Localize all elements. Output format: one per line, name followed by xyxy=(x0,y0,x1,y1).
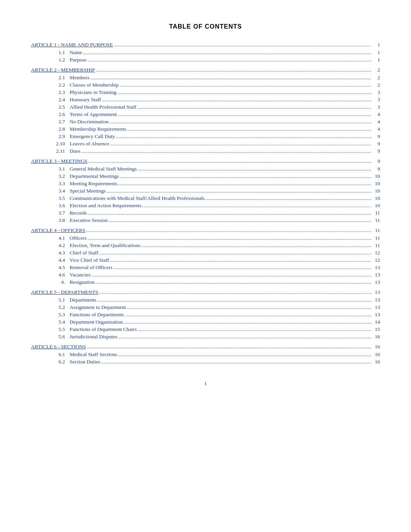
section-dots-5-5: ........................................… xyxy=(138,326,372,332)
section-page-2-4: 3 xyxy=(372,97,380,103)
section-row-6-2[interactable]: 6.2Section Duties.......................… xyxy=(39,359,380,365)
section-dots-2-2: ........................................… xyxy=(120,82,372,88)
section-row-5-3[interactable]: 5.3Functions of Departments.............… xyxy=(39,312,380,318)
article-block-4: ARTICLE 4 - OFFICERS....................… xyxy=(31,227,380,285)
section-dots-4-2: ........................................… xyxy=(141,242,372,249)
sections-2: 2.1Members..............................… xyxy=(31,75,380,154)
section-row-3-6[interactable]: 3.6Election and Action Requirements.....… xyxy=(39,203,380,209)
article-header-5[interactable]: ARTICLE 5 - DEPARTMENTS.................… xyxy=(31,289,380,295)
section-row-3-4[interactable]: 3.4Special Meetings.....................… xyxy=(39,188,380,194)
section-title-3-5: Communications with Medical Staff/Allied… xyxy=(70,195,205,201)
section-row-2-7[interactable]: 2.7No Discrimination....................… xyxy=(39,119,380,125)
section-row-5-4[interactable]: 5.4Department Organization..............… xyxy=(39,319,380,325)
section-row-2-4[interactable]: 2.4Honorary Staff.......................… xyxy=(39,97,380,103)
section-row-5-1[interactable]: 5.1Departments..........................… xyxy=(39,297,380,303)
section-dots-3-4: ........................................… xyxy=(106,188,372,194)
section-page-1-2: 1 xyxy=(372,57,380,63)
section-row-2-2[interactable]: 2.2Classes of Membership................… xyxy=(39,82,380,88)
article-block-1: ARTICLE 1 - NAME AND PURPOSE............… xyxy=(31,42,380,63)
section-title-5-2: Assignment to Department xyxy=(70,304,126,310)
section-row-6-1[interactable]: 6.1Medical Staff Sections...............… xyxy=(39,351,380,358)
section-row-4-2[interactable]: 4.2Election, Term and Qualifications....… xyxy=(39,242,380,249)
section-row-4-4[interactable]: 4.4Vice Chief of Staff..................… xyxy=(39,257,380,263)
section-title-3-6: Election and Action Requirements xyxy=(70,203,142,209)
section-dots-4-3: ........................................… xyxy=(99,250,372,256)
section-row-3-3[interactable]: 3.3Meeting Requirements.................… xyxy=(39,181,380,187)
section-row-2-3[interactable]: 2.3Physicians in Training...............… xyxy=(39,89,380,95)
section-title-2-1: Members xyxy=(70,75,89,81)
article-header-3[interactable]: ARTICLE 3 - MEETINGS....................… xyxy=(31,158,380,164)
section-number-5-6: 5.6 xyxy=(39,334,70,340)
sections-6: 6.1Medical Staff Sections...............… xyxy=(31,351,380,365)
section-number-3-5: 3.5 xyxy=(39,195,70,201)
section-dots-6-2: ........................................… xyxy=(101,359,372,365)
section-row-4-5[interactable]: 4.5Removal of Officers..................… xyxy=(39,264,380,271)
article-label-1: ARTICLE 1 - NAME AND PURPOSE xyxy=(31,42,113,48)
section-row-4-1[interactable]: 4.1Officers.............................… xyxy=(39,235,380,241)
section-row-4-7[interactable]: 4.Resignation...........................… xyxy=(39,279,380,285)
section-row-2-10[interactable]: 2.10Leaves of Absence...................… xyxy=(39,141,380,147)
section-title-4-1: Officers xyxy=(70,235,87,241)
article-header-2[interactable]: ARTICLE 2 - MEMBERSHIP..................… xyxy=(31,67,380,73)
section-title-3-4: Special Meetings xyxy=(70,188,106,194)
section-dots-2-11: ........................................… xyxy=(81,148,372,154)
section-dots-4-5: ........................................… xyxy=(113,264,372,271)
section-number-5-5: 5.5 xyxy=(39,326,70,332)
section-row-3-7[interactable]: 3.7Records..............................… xyxy=(39,210,380,216)
section-row-2-5[interactable]: 2.5Allied Health Professional Staff.....… xyxy=(39,104,380,110)
section-dots-4-1: ........................................… xyxy=(87,235,372,241)
section-page-2-6: 4 xyxy=(372,111,380,118)
section-page-6-2: 16 xyxy=(372,359,380,365)
article-block-3: ARTICLE 3 - MEETINGS....................… xyxy=(31,158,380,223)
section-page-3-5: 10 xyxy=(372,195,380,201)
section-row-5-2[interactable]: 5.2Assignment to Department.............… xyxy=(39,304,380,310)
section-row-4-3[interactable]: 4.3Chief of Staff.......................… xyxy=(39,250,380,256)
section-title-4-4: Vice Chief of Staff xyxy=(70,257,109,263)
section-title-3-7: Records xyxy=(70,210,87,216)
section-row-3-8[interactable]: 3.8Executive Session....................… xyxy=(39,217,380,223)
article-dots-2: ........................................… xyxy=(96,67,372,73)
section-title-2-9: Emergency Call Duty xyxy=(70,133,115,140)
section-number-6-2: 6.2 xyxy=(39,359,70,365)
section-row-4-6[interactable]: 4.6Vacancies............................… xyxy=(39,272,380,278)
section-row-3-5[interactable]: 3.5Communications with Medical Staff/All… xyxy=(39,195,380,201)
section-number-2-5: 2.5 xyxy=(39,104,70,110)
section-row-2-8[interactable]: 2.8Membership Requirements..............… xyxy=(39,126,380,132)
section-dots-2-3: ........................................… xyxy=(117,89,372,95)
article-header-6[interactable]: ARTICLE 6 - SECTIONS....................… xyxy=(31,344,380,350)
section-number-2-7: 2.7 xyxy=(39,119,70,125)
section-number-2-6: 2.6 xyxy=(39,111,70,118)
article-header-1[interactable]: ARTICLE 1 - NAME AND PURPOSE............… xyxy=(31,42,380,48)
article-header-4[interactable]: ARTICLE 4 - OFFICERS....................… xyxy=(31,227,380,234)
section-row-5-5[interactable]: 5.5Functions of Department Chairs.......… xyxy=(39,326,380,332)
section-row-2-6[interactable]: 2.6Terms of Appointment.................… xyxy=(39,111,380,118)
section-row-2-11[interactable]: 2.11Dues................................… xyxy=(39,148,380,154)
section-title-2-4: Honorary Staff xyxy=(70,97,101,103)
section-page-2-5: 3 xyxy=(372,104,380,110)
section-title-5-6: Jurisdictional Disputes xyxy=(70,334,117,340)
section-number-3-7: 3.7 xyxy=(39,210,70,216)
section-row-1-1[interactable]: 1.1Name.................................… xyxy=(39,49,380,56)
section-number-4-6: 4.6 xyxy=(39,272,70,278)
section-row-1-2[interactable]: 1.2Purpose..............................… xyxy=(39,57,380,63)
section-row-2-9[interactable]: 2.9Emergency Call Duty..................… xyxy=(39,133,380,140)
section-row-5-6[interactable]: 5.6Jurisdictional Disputes..............… xyxy=(39,334,380,340)
section-page-3-3: 10 xyxy=(372,181,380,187)
article-label-3: ARTICLE 3 - MEETINGS xyxy=(31,158,87,164)
section-title-2-6: Terms of Appointment xyxy=(70,111,117,118)
section-page-4-4: 12 xyxy=(372,257,380,263)
article-label-6: ARTICLE 6 - SECTIONS xyxy=(31,344,86,350)
sections-4: 4.1Officers.............................… xyxy=(31,235,380,285)
section-number-3-3: 3.3 xyxy=(39,181,70,187)
section-row-2-1[interactable]: 2.1Members..............................… xyxy=(39,75,380,81)
section-page-2-8: 4 xyxy=(372,126,380,132)
section-dots-2-9: ........................................… xyxy=(116,133,372,140)
toc-title: TABLE OF CONTENTS xyxy=(31,23,380,30)
section-page-2-10: 9 xyxy=(372,141,380,147)
section-dots-5-4: ........................................… xyxy=(123,319,372,325)
section-number-2-9: 2.9 xyxy=(39,133,70,140)
section-dots-2-5: ........................................… xyxy=(137,104,372,110)
article-dots-3: ........................................… xyxy=(88,158,372,164)
section-row-3-2[interactable]: 3.2Departmental Meetings................… xyxy=(39,173,380,179)
section-row-3-1[interactable]: 3.1General Medical Staff Meetings.......… xyxy=(39,166,380,172)
